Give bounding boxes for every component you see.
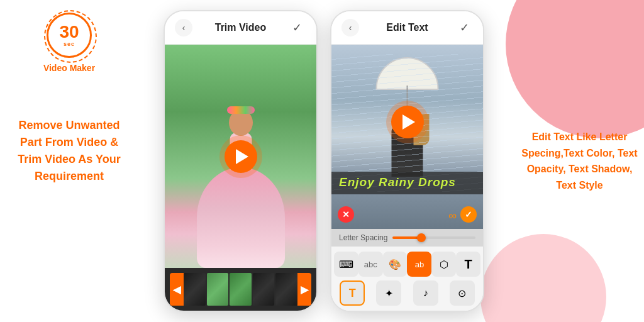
sparkle-icon: ✦	[385, 287, 393, 299]
left-section: 30 sec Video Maker Remove Unwanted Part …	[0, 0, 138, 322]
phone1-video-area	[165, 45, 316, 268]
phone2-header: ‹ Edit Text ✓	[331, 11, 483, 45]
left-handle-icon: ◀	[173, 284, 180, 296]
phone2-check-button[interactable]: ✓	[455, 19, 473, 36]
phone2-back-button[interactable]: ‹	[341, 19, 359, 36]
color-tool-button[interactable]: 🎨	[383, 252, 408, 277]
phone1-title: Trim Video	[215, 22, 267, 33]
toolbar-row-2: T ✦ ♪ ⊙	[334, 280, 480, 306]
phone1-timeline: ◀ ▶	[165, 268, 316, 311]
logo-unit: sec	[59, 41, 79, 47]
phones-container: ‹ Trim Video ✓	[138, 0, 509, 322]
check-icon-2: ✓	[460, 21, 469, 35]
overlay-text: Enjoy Rainy Drops	[339, 175, 475, 189]
texture-icon: ⬡	[440, 258, 448, 270]
logo-number: 30	[59, 23, 79, 41]
color-icon: 🎨	[389, 258, 401, 270]
toolbar-row-1: ⌨ abc 🎨 ab ⬡ T	[334, 252, 480, 277]
phone1-check-button[interactable]: ✓	[289, 19, 306, 36]
phone2-video-content: Enjoy Rainy Drops ✕ ✓ ∞	[331, 45, 483, 229]
sparkle-tool-button[interactable]: ✦	[376, 280, 401, 306]
phone2-title: Edit Text	[386, 22, 428, 33]
logo-title: Video Maker	[43, 63, 95, 73]
music-icon: ♪	[423, 287, 428, 299]
timeline-frame-2	[207, 273, 229, 306]
phone1-play-button[interactable]	[225, 140, 257, 173]
text-bg-icon: ab	[415, 260, 424, 269]
right-handle-icon: ▶	[301, 284, 308, 296]
font-icon: abc	[364, 260, 377, 269]
letter-spacing-control: Letter Spacing	[331, 229, 483, 247]
text-overlay-bar: Enjoy Rainy Drops	[331, 172, 483, 194]
left-description: Remove Unwanted Part From Video & Trim V…	[0, 117, 138, 185]
letter-spacing-slider[interactable]	[392, 236, 475, 239]
right-description: Edit Text Like Letter Specing,Text Color…	[521, 129, 638, 193]
phone1-back-button[interactable]: ‹	[175, 19, 192, 36]
timeline-frame-5	[275, 273, 297, 306]
timeline-frame-4	[253, 273, 275, 306]
back-icon: ‹	[182, 23, 186, 33]
phone2-play-button[interactable]	[391, 106, 424, 138]
circle-icon: ⊙	[458, 287, 466, 299]
text-style-tool-button[interactable]: T	[456, 252, 480, 277]
texture-tool-button[interactable]: ⬡	[431, 252, 456, 277]
keyboard-icon: ⌨	[339, 258, 353, 270]
text-bg-tool-button[interactable]: ab	[407, 252, 431, 277]
phone1-header: ‹ Trim Video ✓	[165, 11, 316, 45]
letter-spacing-label: Letter Spacing	[339, 233, 387, 242]
timeline-left-handle[interactable]: ◀	[170, 273, 184, 306]
girl-silhouette	[191, 79, 291, 268]
text-confirm-button[interactable]: ✓	[460, 206, 477, 223]
text-format-tool-button[interactable]: T	[340, 280, 365, 306]
check-icon: ✓	[292, 21, 302, 35]
slider-thumb	[417, 233, 426, 242]
play-icon-2	[402, 114, 415, 130]
back-icon-2: ‹	[349, 23, 352, 33]
music-tool-button[interactable]: ♪	[413, 280, 438, 306]
timeline-frame-1	[184, 273, 206, 306]
loop-icon[interactable]: ∞	[448, 209, 457, 223]
bg-decoration-circle-top	[506, 0, 644, 138]
right-description-text: Edit Text Like Letter Specing,Text Color…	[521, 131, 637, 191]
keyboard-tool-button[interactable]: ⌨	[334, 252, 358, 277]
text-delete-button[interactable]: ✕	[338, 206, 354, 223]
phone2-edit-text: ‹ Edit Text ✓	[330, 10, 484, 312]
text-format-icon: T	[349, 287, 356, 300]
phone2-video-area: Enjoy Rainy Drops ✕ ✓ ∞	[331, 45, 483, 229]
text-style-icon: T	[464, 257, 472, 272]
phone1-video-content	[165, 45, 316, 268]
logo-circle: 30 sec	[47, 13, 92, 58]
circle-tool-button[interactable]: ⊙	[450, 280, 475, 306]
phone1-trim-video: ‹ Trim Video ✓	[164, 10, 318, 312]
phone2-bottom-toolbar: ⌨ abc 🎨 ab ⬡ T	[331, 247, 483, 311]
play-icon	[236, 149, 248, 164]
font-tool-button[interactable]: abc	[358, 252, 383, 277]
timeline-frame-3	[230, 273, 252, 306]
timeline-right-handle[interactable]: ▶	[297, 273, 311, 306]
logo: 30 sec Video Maker	[43, 13, 95, 73]
timeline-frames	[184, 273, 297, 306]
